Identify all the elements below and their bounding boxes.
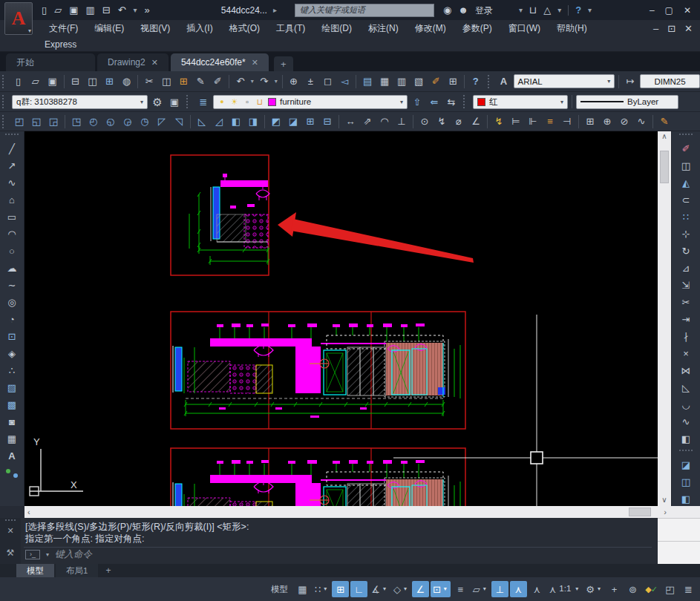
cut-icon[interactable]: ✂ bbox=[142, 74, 157, 89]
autocad-app-button[interactable]: A ▾ bbox=[4, 2, 33, 35]
toolbar-grip[interactable] bbox=[5, 134, 19, 138]
toolbar-grip[interactable] bbox=[679, 134, 693, 138]
chamfer-icon[interactable]: ◺ bbox=[677, 379, 695, 396]
dim-space-icon[interactable]: ≡ bbox=[543, 114, 557, 129]
draw-order-back-icon[interactable]: ◫ bbox=[677, 473, 695, 490]
plot-pages-icon[interactable]: ⊞ bbox=[102, 74, 117, 89]
explode-icon[interactable]: ◧ bbox=[677, 430, 695, 447]
tolerance-icon[interactable]: ⊞ bbox=[583, 114, 598, 129]
point-style-icon[interactable] bbox=[3, 464, 21, 482]
layer-color-swatch[interactable] bbox=[268, 98, 276, 106]
paste-icon[interactable]: ⊞ bbox=[176, 74, 191, 89]
doc-minimize-icon[interactable]: – bbox=[653, 24, 658, 33]
tool-icon-14[interactable]: ◨ bbox=[246, 114, 261, 129]
redo-caret-icon[interactable]: ▾ bbox=[274, 78, 278, 85]
app-store-cart-icon[interactable]: ⊔ bbox=[529, 5, 537, 15]
zoom-window-icon[interactable]: ◻ bbox=[320, 74, 335, 89]
polar-caret-icon[interactable]: ▾ bbox=[382, 586, 387, 592]
status-menu-button[interactable]: ≣ bbox=[680, 581, 697, 597]
menu-insert[interactable]: 插入(I) bbox=[179, 20, 220, 37]
horizontal-scrollbar[interactable]: ‹ › bbox=[24, 506, 671, 518]
save-as-icon[interactable]: ▥ bbox=[85, 5, 94, 15]
menu-window[interactable]: 窗口(W) bbox=[501, 20, 548, 37]
tab-drawing2-close-icon[interactable]: ✕ bbox=[151, 58, 158, 68]
selection-cycling-toggle[interactable]: ▱▾ bbox=[471, 581, 490, 597]
dim-aligned-icon[interactable]: ⇗ bbox=[360, 114, 375, 129]
gradient-icon[interactable]: ▩ bbox=[3, 396, 21, 413]
toolbar-grip[interactable] bbox=[463, 95, 468, 108]
copy-icon[interactable]: ◫ bbox=[159, 74, 174, 89]
undo-caret-icon[interactable]: ▾ bbox=[250, 78, 255, 85]
tool-palettes-icon[interactable]: ▥ bbox=[394, 74, 409, 89]
erase-icon[interactable]: ✐ bbox=[677, 140, 695, 157]
command-input[interactable]: ›_ ▾ 键入命令 bbox=[24, 547, 652, 561]
menu-draw[interactable]: 绘图(D) bbox=[314, 20, 359, 37]
tool-icon-11[interactable]: ◺ bbox=[194, 114, 209, 129]
draw-order-front-icon[interactable]: ◪ bbox=[677, 456, 695, 473]
stretch-icon[interactable]: ⇲ bbox=[677, 277, 695, 294]
menu-edit[interactable]: 编辑(E) bbox=[87, 20, 131, 37]
tab-544dcc24e60fe[interactable]: 544dcc24e60fe* ✕ bbox=[171, 53, 269, 71]
model-space-toggle[interactable]: 模型 bbox=[266, 584, 292, 595]
erase-markup-icon[interactable]: ✐ bbox=[210, 74, 225, 89]
layer-unlock-icon[interactable]: ⊔ bbox=[255, 94, 264, 109]
toolbar-grip[interactable] bbox=[186, 95, 192, 108]
extend-icon[interactable]: ⇥ bbox=[677, 311, 695, 328]
menu-file[interactable]: 文件(F) bbox=[42, 20, 85, 37]
menu-tools[interactable]: 工具(T) bbox=[269, 20, 313, 37]
tab-active-close-icon[interactable]: ✕ bbox=[252, 58, 258, 68]
new-layout-button[interactable]: + bbox=[105, 565, 111, 576]
dim-ordinate-icon[interactable]: ⊥ bbox=[394, 114, 409, 129]
snap-mode-toggle[interactable]: ∷▾ bbox=[313, 581, 330, 597]
save-icon[interactable]: ▣ bbox=[45, 74, 60, 89]
horizontal-scroll-thumb[interactable] bbox=[629, 508, 651, 516]
quick-calc-icon[interactable]: ⊞ bbox=[445, 74, 460, 89]
scale-icon[interactable]: ⊿ bbox=[677, 260, 695, 277]
redo-icon[interactable]: ↷ bbox=[257, 74, 272, 89]
blend-curves-icon[interactable]: ∿ bbox=[677, 413, 695, 430]
qq-group-combo[interactable]: q群: 310388278 ▾ bbox=[12, 95, 148, 109]
dim-jog-line-icon[interactable]: ∿ bbox=[634, 114, 649, 129]
zoom-previous-icon[interactable]: ◅ bbox=[337, 74, 352, 89]
sheet-set-manager-icon[interactable]: ▧ bbox=[411, 74, 426, 89]
tool-icon-13[interactable]: ◧ bbox=[229, 114, 243, 129]
toolbar-grip[interactable] bbox=[2, 95, 7, 108]
polar-tracking-toggle[interactable]: ∡▾ bbox=[369, 581, 390, 597]
design-center-icon[interactable]: ▦ bbox=[377, 74, 392, 89]
menu-help[interactable]: 帮助(H) bbox=[549, 20, 595, 37]
new-icon[interactable]: ▯ bbox=[11, 74, 26, 89]
tool-icon-16[interactable]: ◪ bbox=[286, 114, 301, 129]
copy-icon[interactable]: ◫ bbox=[677, 157, 695, 174]
dim-edit-icon[interactable]: ✎ bbox=[657, 114, 672, 129]
multiple-points-icon[interactable]: ∴ bbox=[3, 362, 21, 379]
scroll-up-icon[interactable]: ∧ bbox=[661, 133, 667, 140]
sign-in-caret-icon[interactable]: ▾ bbox=[519, 7, 523, 14]
vertical-scrollbar[interactable]: ∧ ∨ bbox=[658, 131, 671, 506]
menu-view[interactable]: 视图(V) bbox=[133, 20, 177, 37]
publish-icon[interactable]: ◍ bbox=[119, 74, 134, 89]
exchange-caret-icon[interactable]: ▾ bbox=[557, 7, 561, 14]
region-icon[interactable]: ◙ bbox=[3, 413, 21, 430]
layer-properties-icon[interactable]: ≣ bbox=[196, 94, 211, 109]
command-wrench-icon[interactable]: ⚒ bbox=[7, 548, 15, 558]
spline-icon[interactable]: ∼ bbox=[3, 277, 21, 294]
search-binoculars-icon[interactable]: ◉ bbox=[443, 5, 451, 15]
snap-caret-icon[interactable]: ▾ bbox=[322, 586, 328, 592]
object-snap-toggle[interactable]: ⊡▾ bbox=[431, 581, 451, 597]
save-icon[interactable]: ▣ bbox=[69, 5, 78, 15]
layer-thaw-sun-icon[interactable]: ☀ bbox=[230, 94, 239, 109]
menu-modify[interactable]: 修改(M) bbox=[408, 20, 454, 37]
vertical-scroll-thumb[interactable] bbox=[660, 151, 669, 183]
text-style-icon[interactable]: A bbox=[497, 74, 511, 89]
command-caret-icon[interactable]: ▾ bbox=[45, 551, 50, 558]
tool-icon-3[interactable]: ◲ bbox=[46, 114, 61, 129]
text-style-combo[interactable]: ARIAL ▾ bbox=[514, 74, 615, 88]
dynamic-ucs-toggle[interactable]: ⊥ bbox=[491, 581, 508, 597]
minimize-icon[interactable]: – bbox=[650, 6, 655, 15]
new-tab-button[interactable]: + bbox=[274, 56, 293, 71]
tool-icon-12[interactable]: ◿ bbox=[212, 114, 226, 129]
markup-set-icon[interactable]: ✐ bbox=[428, 74, 443, 89]
mirror-icon[interactable]: ◭ bbox=[677, 174, 695, 191]
layer-on-bulb-icon[interactable]: ● bbox=[217, 94, 226, 109]
rectangle-icon[interactable]: ▭ bbox=[3, 208, 21, 226]
